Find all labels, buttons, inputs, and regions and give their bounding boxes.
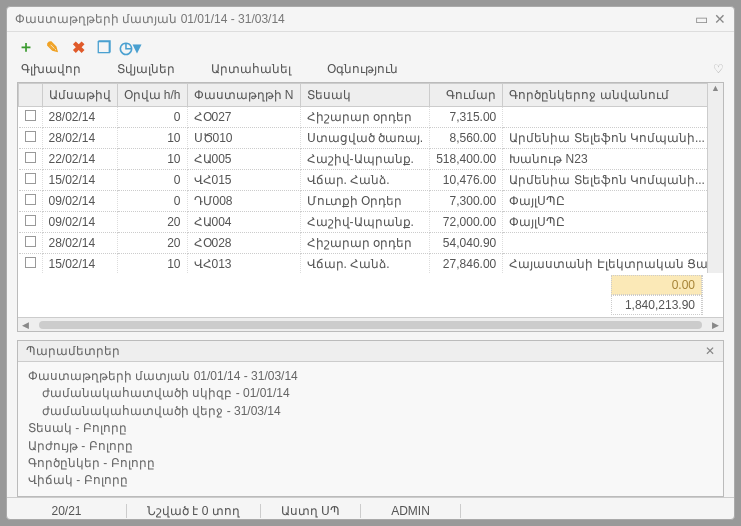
cell-docn: ՎՀ015 <box>187 170 300 191</box>
cell-date: 28/02/14 <box>42 107 117 128</box>
cell-date: 09/02/14 <box>42 191 117 212</box>
row-checkbox[interactable] <box>25 131 36 142</box>
row-checkbox[interactable] <box>25 173 36 184</box>
cell-partner <box>503 107 707 128</box>
col-partner[interactable]: Գործընկերոջ անվանում <box>503 84 707 107</box>
cell-dayhh: 10 <box>117 254 187 274</box>
cell-dayhh: 0 <box>117 170 187 191</box>
parameters-panel: Պարամետրեր ✕ Փաստաթղթերի մատյան 01/01/14… <box>17 340 724 497</box>
edit-icon[interactable]: ✎ <box>43 38 61 56</box>
params-line: ժամանակահատվածի սկիզբ - 01/01/14 <box>28 385 713 402</box>
scroll-right-icon[interactable]: ▶ <box>712 320 719 330</box>
row-checkbox[interactable] <box>25 257 36 268</box>
params-title: Պարամետրեր <box>26 344 120 358</box>
cell-type: Ստացված ծառայ. <box>300 128 430 149</box>
cell-amount: 10,476.00 <box>430 170 503 191</box>
table-row[interactable]: 15/02/140ՎՀ015Վճար. Հանձ.10,476.00Արմենի… <box>19 170 708 191</box>
maximize-icon[interactable]: ▭ <box>695 11 708 27</box>
cell-docn: ՀՕ028 <box>187 233 300 254</box>
cell-type: Հաշիվ-Ապրանք. <box>300 212 430 233</box>
menubar: Գլխավոր Տվյալներ Արտահանել Օգնություն ♡ <box>7 58 734 82</box>
params-line: Վիճակ - Բոլորը <box>28 472 713 489</box>
selected-total: 0.00 <box>611 275 702 295</box>
params-line: Փաստաթղթերի մատյան 01/01/14 - 31/03/14 <box>28 368 713 385</box>
status-user: ADMIN <box>361 504 461 518</box>
menu-help[interactable]: Օգնություն <box>327 62 398 76</box>
col-check[interactable] <box>19 84 43 107</box>
copy-icon[interactable]: ❐ <box>95 38 113 56</box>
cell-partner: Արմենիա Տելեֆոն Կոմպանի... <box>503 128 707 149</box>
cell-docn: ՍԾ010 <box>187 128 300 149</box>
cell-type: Հիշարար օրդեր <box>300 107 430 128</box>
cell-type: Վճար. Հանձ. <box>300 170 430 191</box>
cell-amount: 8,560.00 <box>430 128 503 149</box>
cell-dayhh: 0 <box>117 191 187 212</box>
cell-dayhh: 10 <box>117 128 187 149</box>
params-line: ժամանակահատվածի վերջ - 31/03/14 <box>28 403 713 420</box>
status-org: Աստղ ՍՊ <box>261 504 361 518</box>
status-position: 20/21 <box>7 504 127 518</box>
add-icon[interactable]: ＋ <box>17 38 35 56</box>
cell-amount: 72,000.00 <box>430 212 503 233</box>
table-row[interactable]: 22/02/1410ՀԱ005Հաշիվ-Ապրանք.518,400.00Խա… <box>19 149 708 170</box>
params-line: Արժույթ - Բոլորը <box>28 438 713 455</box>
table-header-row: Ամսաթիվ Օրվա h/h Փաստաթղթի N Տեսակ Գումա… <box>19 84 708 107</box>
menu-main[interactable]: Գլխավոր <box>21 62 81 76</box>
menu-export[interactable]: Արտահանել <box>211 62 291 76</box>
cell-type: Հաշիվ-Ապրանք. <box>300 149 430 170</box>
cell-dayhh: 0 <box>117 107 187 128</box>
expand-icon[interactable]: ♡ <box>713 62 724 76</box>
horizontal-scrollbar[interactable]: ◀ ▶ <box>18 317 723 331</box>
cell-partner: Հայաստանի Էլեկտրական Ցա... <box>503 254 707 274</box>
params-line: Գործընկեր - Բոլորը <box>28 455 713 472</box>
scroll-left-icon[interactable]: ◀ <box>22 320 29 330</box>
col-docn[interactable]: Փաստաթղթի N <box>187 84 300 107</box>
cell-partner: ՓայլՍՊԸ <box>503 191 707 212</box>
vertical-scrollbar[interactable]: ▲ <box>707 83 723 273</box>
row-checkbox[interactable] <box>25 215 36 226</box>
row-checkbox[interactable] <box>25 194 36 205</box>
cell-docn: ԴՄ008 <box>187 191 300 212</box>
cell-amount: 27,846.00 <box>430 254 503 274</box>
cell-date: 09/02/14 <box>42 212 117 233</box>
cell-date: 28/02/14 <box>42 128 117 149</box>
delete-icon[interactable]: ✖ <box>69 38 87 56</box>
main-window: Փաստաթղթերի մատյան 01/01/14 - 31/03/14 ▭… <box>6 6 735 520</box>
table-row[interactable]: 09/02/1420ՀԱ004Հաշիվ-Ապրանք.72,000.00Փայ… <box>19 212 708 233</box>
cell-amount: 518,400.00 <box>430 149 503 170</box>
table-row[interactable]: 28/02/1410ՍԾ010Ստացված ծառայ.8,560.00Արմ… <box>19 128 708 149</box>
cell-docn: ՎՀ013 <box>187 254 300 274</box>
table-row[interactable]: 28/02/1420ՀՕ028Հիշարար օրդեր54,040.90 <box>19 233 708 254</box>
status-selected: Նշված է 0 տող <box>127 504 261 518</box>
cell-date: 15/02/14 <box>42 254 117 274</box>
toolbar: ＋ ✎ ✖ ❐ ◷▾ <box>7 32 734 58</box>
statusbar: 20/21 Նշված է 0 տող Աստղ ՍՊ ADMIN <box>7 497 734 524</box>
row-checkbox[interactable] <box>25 152 36 163</box>
row-checkbox[interactable] <box>25 236 36 247</box>
documents-table: Ամսաթիվ Օրվա h/h Փաստաթղթի N Տեսակ Գումա… <box>17 82 724 332</box>
cell-docn: ՀԱ005 <box>187 149 300 170</box>
cell-type: Հիշարար օրդեր <box>300 233 430 254</box>
table-row[interactable]: 09/02/140ԴՄ008Մուտքի Օրդեր7,300.00ՓայլՍՊ… <box>19 191 708 212</box>
cell-amount: 54,040.90 <box>430 233 503 254</box>
history-icon[interactable]: ◷▾ <box>121 38 139 56</box>
row-checkbox[interactable] <box>25 110 36 121</box>
totals-row: 0.00 1,840,213.90 <box>18 273 723 317</box>
menu-data[interactable]: Տվյալներ <box>117 62 175 76</box>
cell-amount: 7,300.00 <box>430 191 503 212</box>
cell-partner: Խանութ N23 <box>503 149 707 170</box>
window-title: Փաստաթղթերի մատյան 01/01/14 - 31/03/14 <box>15 12 285 26</box>
close-icon[interactable]: ✕ <box>714 11 726 27</box>
cell-date: 22/02/14 <box>42 149 117 170</box>
col-type[interactable]: Տեսակ <box>300 84 430 107</box>
table-row[interactable]: 28/02/140ՀՕ027Հիշարար օրդեր7,315.00 <box>19 107 708 128</box>
grand-total: 1,840,213.90 <box>611 295 702 315</box>
cell-partner: Արմենիա Տելեֆոն Կոմպանի... <box>503 170 707 191</box>
params-close-icon[interactable]: ✕ <box>705 344 715 358</box>
table-row[interactable]: 15/02/1410ՎՀ013Վճար. Հանձ.27,846.00Հայաս… <box>19 254 708 274</box>
col-dayhh[interactable]: Օրվա h/h <box>117 84 187 107</box>
col-amount[interactable]: Գումար <box>430 84 503 107</box>
cell-dayhh: 20 <box>117 233 187 254</box>
col-date[interactable]: Ամսաթիվ <box>42 84 117 107</box>
cell-amount: 7,315.00 <box>430 107 503 128</box>
